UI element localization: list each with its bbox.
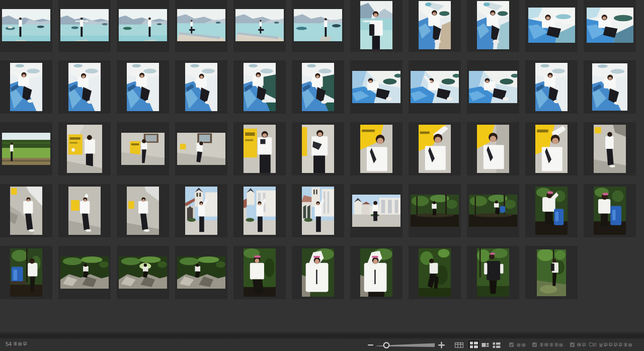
svg-text:54: 54	[6, 341, 12, 347]
svg-text:Ctrl: Ctrl	[589, 342, 597, 347]
